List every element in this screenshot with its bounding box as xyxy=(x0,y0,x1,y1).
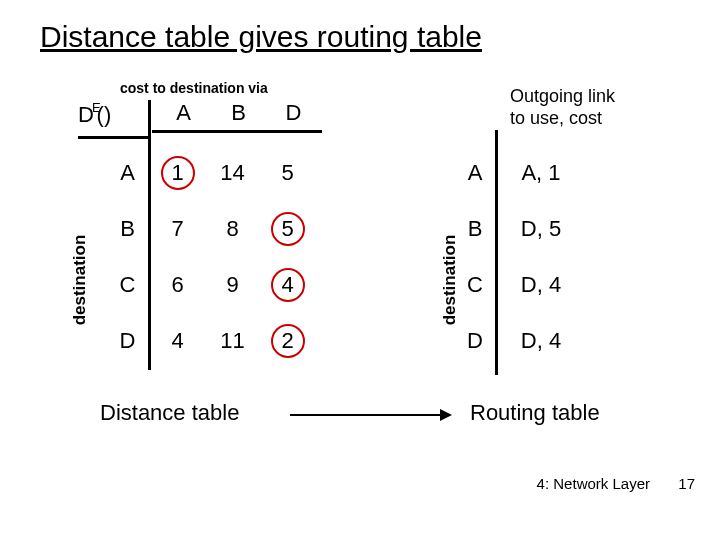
cell: 14 xyxy=(205,160,260,186)
table-row: B 7 8 5 xyxy=(105,201,315,257)
col-header: A xyxy=(156,100,211,126)
table-h-rule xyxy=(152,130,322,133)
table-row: D 4 11 2 xyxy=(105,313,315,369)
routing-table: A A, 1 B D, 5 C D, 4 D D, 4 xyxy=(454,145,576,369)
cell-circled: 4 xyxy=(260,272,315,298)
left-axis-label: destination xyxy=(70,235,90,326)
cell: 6 xyxy=(150,272,205,298)
distance-table-col-headers: A B D xyxy=(156,100,321,126)
distance-symbol: DE() xyxy=(78,102,117,128)
table-row: A 1 14 5 xyxy=(105,145,315,201)
row-label: A xyxy=(105,160,150,186)
row-value: D, 5 xyxy=(496,216,576,242)
cell: 7 xyxy=(150,216,205,242)
cell-circled: 1 xyxy=(150,160,205,186)
footer-section: 4: Network Layer xyxy=(537,475,650,492)
right-subtitle-line1: Outgoing link xyxy=(510,86,615,108)
cell: 8 xyxy=(205,216,260,242)
row-value: A, 1 xyxy=(496,160,576,186)
cell-circled: 5 xyxy=(260,216,315,242)
table-row: C 6 9 4 xyxy=(105,257,315,313)
table-row: B D, 5 xyxy=(454,201,576,257)
row-label: B xyxy=(454,216,496,242)
arrow-right-icon xyxy=(290,414,450,416)
row-value: D, 4 xyxy=(496,272,576,298)
page-number: 17 xyxy=(678,475,695,492)
routing-table-label: Routing table xyxy=(470,400,600,426)
row-label: D xyxy=(105,328,150,354)
table-row: C D, 4 xyxy=(454,257,576,313)
col-header: B xyxy=(211,100,266,126)
row-label: A xyxy=(454,160,496,186)
row-label: B xyxy=(105,216,150,242)
cell: 11 xyxy=(205,328,260,354)
row-value: D, 4 xyxy=(496,328,576,354)
row-label: C xyxy=(105,272,150,298)
distance-symbol-paren: () xyxy=(97,102,112,127)
col-header: D xyxy=(266,100,321,126)
cell: 4 xyxy=(150,328,205,354)
table-row: A A, 1 xyxy=(454,145,576,201)
row-label: D xyxy=(454,328,496,354)
distance-table: A 1 14 5 B 7 8 5 C 6 9 4 D 4 11 2 xyxy=(105,145,315,369)
table-h-rule-short xyxy=(78,136,150,139)
cell: 5 xyxy=(260,160,315,186)
row-label: C xyxy=(454,272,496,298)
page-title: Distance table gives routing table xyxy=(40,20,482,54)
cell: 9 xyxy=(205,272,260,298)
cell-circled: 2 xyxy=(260,328,315,354)
right-subtitle-line2: to use, cost xyxy=(510,108,615,130)
left-subtitle: cost to destination via xyxy=(120,80,268,96)
table-row: D D, 4 xyxy=(454,313,576,369)
right-subtitle: Outgoing link to use, cost xyxy=(510,86,615,129)
distance-table-label: Distance table xyxy=(100,400,239,426)
